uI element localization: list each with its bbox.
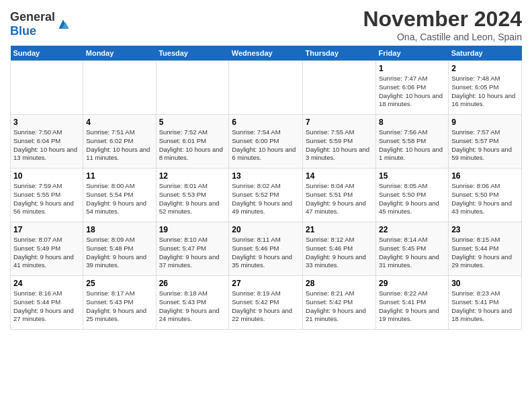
day-number: 25: [86, 279, 152, 288]
day-info: Sunrise: 7:56 AM Sunset: 5:58 PM Dayligh…: [379, 128, 445, 163]
day-number: 3: [13, 118, 80, 127]
day-number: 4: [86, 118, 152, 127]
month-title: November 2024: [363, 7, 522, 32]
day-info: Sunrise: 8:11 AM Sunset: 5:46 PM Dayligh…: [232, 236, 300, 270]
day-info: Sunrise: 8:16 AM Sunset: 5:44 PM Dayligh…: [13, 289, 80, 324]
calendar-cell: 26Sunrise: 8:18 AM Sunset: 5:43 PM Dayli…: [156, 276, 229, 330]
calendar-cell: 14Sunrise: 8:04 AM Sunset: 5:51 PM Dayli…: [303, 169, 376, 222]
day-number: 22: [379, 225, 445, 234]
day-info: Sunrise: 8:19 AM Sunset: 5:42 PM Dayligh…: [232, 289, 300, 324]
calendar-cell: 3Sunrise: 7:50 AM Sunset: 6:04 PM Daylig…: [11, 115, 83, 169]
day-number: 14: [306, 171, 373, 181]
day-info: Sunrise: 7:57 AM Sunset: 5:57 PM Dayligh…: [451, 128, 519, 163]
day-info: Sunrise: 8:15 AM Sunset: 5:44 PM Dayligh…: [451, 236, 519, 270]
day-number: 16: [451, 171, 519, 181]
header-row: Sunday Monday Tuesday Wednesday Thursday…: [11, 46, 522, 61]
calendar-cell: 10Sunrise: 7:59 AM Sunset: 5:55 PM Dayli…: [11, 169, 83, 222]
calendar-cell: 23Sunrise: 8:15 AM Sunset: 5:44 PM Dayli…: [449, 222, 522, 276]
day-info: Sunrise: 8:21 AM Sunset: 5:42 PM Dayligh…: [306, 289, 373, 324]
location: Ona, Castille and Leon, Spain: [363, 32, 522, 42]
calendar-cell: 9Sunrise: 7:57 AM Sunset: 5:57 PM Daylig…: [449, 115, 522, 169]
day-number: 28: [306, 279, 373, 288]
day-number: 19: [159, 225, 226, 234]
day-info: Sunrise: 8:10 AM Sunset: 5:47 PM Dayligh…: [159, 236, 226, 270]
day-info: Sunrise: 7:50 AM Sunset: 6:04 PM Dayligh…: [13, 128, 80, 163]
day-info: Sunrise: 8:00 AM Sunset: 5:54 PM Dayligh…: [86, 182, 152, 216]
day-info: Sunrise: 7:52 AM Sunset: 6:01 PM Dayligh…: [159, 128, 226, 163]
calendar-cell: 19Sunrise: 8:10 AM Sunset: 5:47 PM Dayli…: [156, 222, 229, 276]
day-number: 27: [232, 279, 300, 288]
calendar-cell: [83, 61, 156, 115]
calendar-cell: 27Sunrise: 8:19 AM Sunset: 5:42 PM Dayli…: [229, 276, 303, 330]
calendar-cell: 12Sunrise: 8:01 AM Sunset: 5:53 PM Dayli…: [156, 169, 229, 222]
logo-icon: [56, 17, 70, 31]
day-info: Sunrise: 7:54 AM Sunset: 6:00 PM Dayligh…: [232, 128, 300, 163]
calendar-week-5: 24Sunrise: 8:16 AM Sunset: 5:44 PM Dayli…: [11, 276, 522, 330]
col-sunday: Sunday: [11, 46, 83, 61]
calendar-cell: 4Sunrise: 7:51 AM Sunset: 6:02 PM Daylig…: [83, 115, 156, 169]
col-wednesday: Wednesday: [229, 46, 303, 61]
page-container: General Blue November 2024 Ona, Castille…: [0, 0, 532, 336]
day-info: Sunrise: 8:06 AM Sunset: 5:50 PM Dayligh…: [451, 182, 519, 216]
calendar-cell: 6Sunrise: 7:54 AM Sunset: 6:00 PM Daylig…: [229, 115, 303, 169]
day-number: 6: [232, 118, 300, 127]
day-info: Sunrise: 8:18 AM Sunset: 5:43 PM Dayligh…: [159, 289, 226, 324]
calendar-cell: [229, 61, 303, 115]
calendar-cell: 22Sunrise: 8:14 AM Sunset: 5:45 PM Dayli…: [376, 222, 449, 276]
header: General Blue November 2024 Ona, Castille…: [10, 7, 522, 42]
day-info: Sunrise: 8:23 AM Sunset: 5:41 PM Dayligh…: [451, 289, 519, 324]
day-number: 17: [13, 225, 80, 234]
day-number: 12: [159, 171, 226, 181]
day-info: Sunrise: 7:51 AM Sunset: 6:02 PM Dayligh…: [86, 128, 152, 163]
day-number: 24: [13, 279, 80, 288]
col-thursday: Thursday: [303, 46, 376, 61]
calendar-cell: 16Sunrise: 8:06 AM Sunset: 5:50 PM Dayli…: [449, 169, 522, 222]
calendar-cell: 8Sunrise: 7:56 AM Sunset: 5:58 PM Daylig…: [376, 115, 449, 169]
day-info: Sunrise: 7:48 AM Sunset: 6:05 PM Dayligh…: [451, 75, 519, 109]
calendar-cell: 29Sunrise: 8:22 AM Sunset: 5:41 PM Dayli…: [376, 276, 449, 330]
day-number: 9: [451, 118, 519, 127]
calendar-cell: 7Sunrise: 7:55 AM Sunset: 5:59 PM Daylig…: [303, 115, 376, 169]
day-info: Sunrise: 7:47 AM Sunset: 6:06 PM Dayligh…: [379, 75, 445, 109]
logo-general: General: [10, 10, 55, 24]
day-info: Sunrise: 8:01 AM Sunset: 5:53 PM Dayligh…: [159, 182, 226, 216]
day-info: Sunrise: 8:07 AM Sunset: 5:49 PM Dayligh…: [13, 236, 80, 270]
day-number: 10: [13, 171, 80, 181]
day-info: Sunrise: 8:02 AM Sunset: 5:52 PM Dayligh…: [232, 182, 300, 216]
calendar-cell: 15Sunrise: 8:05 AM Sunset: 5:50 PM Dayli…: [376, 169, 449, 222]
calendar-cell: [156, 61, 229, 115]
day-number: 15: [379, 171, 445, 181]
day-number: 26: [159, 279, 226, 288]
day-number: 18: [86, 225, 152, 234]
col-friday: Friday: [376, 46, 449, 61]
logo-blue: Blue: [10, 24, 36, 38]
day-number: 5: [159, 118, 226, 127]
day-number: 29: [379, 279, 445, 288]
day-number: 21: [306, 225, 373, 234]
calendar-cell: 2Sunrise: 7:48 AM Sunset: 6:05 PM Daylig…: [449, 61, 522, 115]
day-number: 7: [306, 118, 373, 127]
day-number: 1: [379, 64, 445, 73]
calendar-cell: 21Sunrise: 8:12 AM Sunset: 5:46 PM Dayli…: [303, 222, 376, 276]
calendar-cell: 30Sunrise: 8:23 AM Sunset: 5:41 PM Dayli…: [449, 276, 522, 330]
calendar-cell: [11, 61, 83, 115]
day-number: 23: [451, 225, 519, 234]
calendar-table: Sunday Monday Tuesday Wednesday Thursday…: [10, 46, 522, 330]
calendar-cell: 20Sunrise: 8:11 AM Sunset: 5:46 PM Dayli…: [229, 222, 303, 276]
day-number: 11: [86, 171, 152, 181]
day-number: 13: [232, 171, 300, 181]
calendar-week-3: 10Sunrise: 7:59 AM Sunset: 5:55 PM Dayli…: [11, 169, 522, 222]
day-number: 20: [232, 225, 300, 234]
calendar-cell: 28Sunrise: 8:21 AM Sunset: 5:42 PM Dayli…: [303, 276, 376, 330]
calendar-cell: 17Sunrise: 8:07 AM Sunset: 5:49 PM Dayli…: [11, 222, 83, 276]
logo: General Blue: [10, 10, 70, 38]
calendar-cell: 13Sunrise: 8:02 AM Sunset: 5:52 PM Dayli…: [229, 169, 303, 222]
day-info: Sunrise: 8:17 AM Sunset: 5:43 PM Dayligh…: [86, 289, 152, 324]
day-info: Sunrise: 8:14 AM Sunset: 5:45 PM Dayligh…: [379, 236, 445, 270]
day-info: Sunrise: 7:55 AM Sunset: 5:59 PM Dayligh…: [306, 128, 373, 163]
day-info: Sunrise: 8:22 AM Sunset: 5:41 PM Dayligh…: [379, 289, 445, 324]
logo-text: General Blue: [10, 10, 55, 38]
calendar-cell: 24Sunrise: 8:16 AM Sunset: 5:44 PM Dayli…: [11, 276, 83, 330]
day-info: Sunrise: 8:04 AM Sunset: 5:51 PM Dayligh…: [306, 182, 373, 216]
calendar-cell: 18Sunrise: 8:09 AM Sunset: 5:48 PM Dayli…: [83, 222, 156, 276]
